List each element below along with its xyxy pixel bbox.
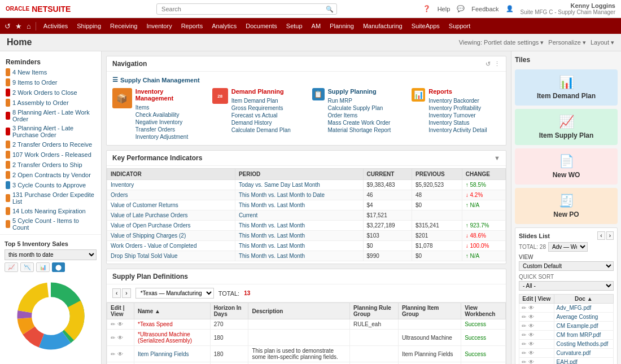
supply-plan-next[interactable]: › bbox=[122, 288, 130, 298]
view-icon[interactable]: 👁 bbox=[117, 321, 123, 327]
edit-icon[interactable]: ✏ bbox=[522, 359, 526, 364]
list-item[interactable]: 9 Items to Order bbox=[0, 77, 101, 87]
view-icon[interactable]: 👁 bbox=[528, 341, 534, 347]
edit-icon[interactable]: ✏ bbox=[111, 351, 115, 357]
kpi-period-link[interactable]: This Month vs. Last Month bbox=[239, 222, 305, 229]
refresh-icon[interactable]: ↺ bbox=[5, 22, 11, 30]
nav-link-inventory-profitability[interactable]: Inventory Profitability bbox=[428, 104, 487, 112]
workbench-success[interactable]: Success bbox=[465, 335, 486, 341]
slides-prev-button[interactable]: ‹ bbox=[597, 231, 605, 240]
nav-am[interactable]: AM bbox=[308, 20, 325, 32]
kpi-period-link[interactable]: This Month vs. Last Month bbox=[239, 253, 305, 259]
home-icon[interactable]: ⌂ bbox=[27, 22, 31, 30]
doc-link[interactable]: CM Example.pdf bbox=[557, 323, 598, 329]
edit-icon[interactable]: ✏ bbox=[522, 332, 526, 338]
slides-sort-select[interactable]: Adv — Wd bbox=[548, 242, 588, 252]
nav-link-mass-create-wo[interactable]: Mass Create Work Order bbox=[328, 119, 391, 126]
nav-link-inventory-status[interactable]: Inventory Status bbox=[428, 119, 487, 126]
list-item[interactable]: 2 Work Orders to Close bbox=[0, 87, 101, 98]
slides-next-button[interactable]: › bbox=[606, 231, 614, 240]
donut-chart-button[interactable]: ⬤ bbox=[52, 262, 65, 272]
tile-item-supply-plan[interactable]: 📈 Item Supply Plan bbox=[515, 109, 618, 145]
nav-link-demand-history[interactable]: Demand History bbox=[231, 119, 291, 126]
edit-icon[interactable]: ✏ bbox=[522, 314, 526, 320]
help-icon[interactable]: ❓ bbox=[423, 5, 431, 12]
kpi-indicator-link[interactable]: Inventory bbox=[111, 182, 134, 188]
list-item[interactable]: 2 Transfer Orders to Receive bbox=[0, 139, 101, 150]
viewing-label[interactable]: Viewing: Portlet date settings ▾ bbox=[459, 39, 544, 46]
nav-link-calculate-demand-plan[interactable]: Calculate Demand Plan bbox=[231, 126, 291, 134]
kpi-indicator-link[interactable]: Value of Open Purchase Orders bbox=[111, 222, 191, 229]
nav-link-run-mrp[interactable]: Run MRP bbox=[328, 97, 391, 104]
list-item[interactable]: 3 Cycle Counts to Approve bbox=[0, 180, 101, 190]
kpi-period-link[interactable]: This Month vs. Last Month to Date bbox=[239, 192, 325, 198]
nav-link-item-demand-plan[interactable]: Item Demand Plan bbox=[231, 97, 291, 104]
edit-icon[interactable]: ✏ bbox=[111, 335, 115, 341]
doc-link[interactable]: Average Costing bbox=[557, 314, 598, 320]
feedback-icon[interactable]: 💬 bbox=[457, 5, 465, 12]
tile-new-po[interactable]: 🧾 New PO bbox=[515, 188, 618, 224]
list-item[interactable]: 1 Assembly to Order bbox=[0, 98, 101, 108]
nav-link-inventory-adjustment[interactable]: Inventory Adjustment bbox=[135, 133, 201, 141]
workbench-success[interactable]: Success bbox=[465, 351, 486, 357]
tile-item-demand-plan[interactable]: 📊 Item Demand Plan bbox=[515, 69, 618, 106]
list-item[interactable]: 2 Open Contracts by Vendor bbox=[0, 170, 101, 180]
area-chart-button[interactable]: 📉 bbox=[20, 262, 34, 272]
nav-link-transfer-orders[interactable]: Transfer Orders bbox=[135, 126, 201, 133]
doc-link[interactable]: EAH.pdf bbox=[557, 359, 578, 364]
nav-manufacturing[interactable]: Manufacturing bbox=[359, 20, 406, 32]
kpi-indicator-link[interactable]: Work Orders - Value of Completed bbox=[111, 243, 196, 249]
kpi-indicator-link[interactable]: Drop Ship Total Sold Value bbox=[111, 253, 178, 259]
kpi-period-link[interactable]: Today vs. Same Day Last Month bbox=[239, 182, 320, 188]
nav-link-items[interactable]: Items bbox=[135, 104, 201, 111]
list-item[interactable]: 5 Cycle Count - Items to Count bbox=[0, 216, 101, 232]
slides-view-select[interactable]: Custom Default bbox=[519, 261, 614, 271]
kpi-period-link[interactable]: This Month vs. Last Month bbox=[239, 243, 305, 249]
location-select[interactable]: *Texas — Manufacturing bbox=[135, 288, 214, 299]
nav-link-check-availability[interactable]: Check Availability bbox=[135, 111, 201, 119]
nav-link-gross-requirements[interactable]: Gross Requirements bbox=[231, 104, 291, 112]
nav-suiteapps[interactable]: SuiteApps bbox=[408, 20, 444, 32]
nav-inventory[interactable]: Inventory bbox=[142, 20, 176, 32]
workbench-success[interactable]: Success bbox=[465, 321, 486, 327]
period-select[interactable]: this month to date bbox=[5, 249, 97, 260]
list-item[interactable]: 2 Transfer Orders to Ship bbox=[0, 160, 101, 170]
edit-icon[interactable]: ✏ bbox=[522, 350, 526, 356]
doc-link[interactable]: CM from MRP.pdf bbox=[557, 332, 601, 338]
nav-analytics[interactable]: Analytics bbox=[208, 20, 240, 32]
feedback-label[interactable]: Feedback bbox=[471, 6, 498, 12]
nav-link-inventory-activity[interactable]: Inventory Activity Detail bbox=[428, 126, 487, 134]
edit-icon[interactable]: ✏ bbox=[111, 321, 115, 327]
list-item[interactable]: 131 Purchase Order Expedite List bbox=[0, 190, 101, 206]
kpi-indicator-link[interactable]: Value of Late Purchase Orders bbox=[111, 212, 188, 218]
list-item[interactable]: 14 Lots Nearing Expiration bbox=[0, 206, 101, 216]
line-chart-button[interactable]: 📈 bbox=[5, 262, 18, 272]
quick-sort-select[interactable]: - All - bbox=[519, 281, 614, 291]
nav-link-order-items[interactable]: Order Items bbox=[328, 112, 391, 119]
list-item[interactable]: 3 Planning Alert - Late Purchase Order bbox=[0, 124, 101, 139]
view-icon[interactable]: 👁 bbox=[528, 350, 534, 356]
list-item[interactable]: 4 New Items bbox=[0, 67, 101, 77]
view-icon[interactable]: 👁 bbox=[528, 323, 534, 329]
list-item[interactable]: 107 Work Orders - Released bbox=[0, 150, 101, 160]
supply-name-link[interactable]: Item Planning Fields bbox=[138, 351, 189, 357]
nav-activities[interactable]: Activities bbox=[40, 20, 72, 32]
kpi-indicator-link[interactable]: Value of Shipping Charges (2) bbox=[111, 233, 186, 239]
view-icon[interactable]: 👁 bbox=[528, 305, 534, 311]
kpi-period-link[interactable]: This Month vs. Last Month bbox=[239, 233, 305, 239]
nav-reports[interactable]: Reports bbox=[177, 20, 207, 32]
nav-link-calculate-supply-plan[interactable]: Calculate Supply Plan bbox=[328, 104, 391, 112]
kpi-period-link[interactable]: This Month vs. Last Month bbox=[239, 202, 305, 208]
view-icon[interactable]: 👁 bbox=[528, 332, 534, 338]
view-icon[interactable]: 👁 bbox=[117, 335, 123, 341]
edit-icon[interactable]: ✏ bbox=[522, 305, 526, 311]
view-icon[interactable]: 👁 bbox=[117, 351, 123, 357]
personalize-button[interactable]: Personalize ▾ bbox=[548, 39, 586, 46]
supply-name-link[interactable]: *Texas Speed bbox=[138, 321, 173, 327]
refresh-portlet-icon[interactable]: ↺ bbox=[486, 60, 491, 68]
tile-new-wo[interactable]: 📄 New WO bbox=[515, 148, 618, 185]
doc-link[interactable]: Costing Methods.pdf bbox=[557, 341, 609, 347]
bar-chart-button[interactable]: 📊 bbox=[36, 262, 50, 272]
doc-link[interactable]: Curvature.pdf bbox=[557, 350, 591, 356]
nav-link-inventory-turnover[interactable]: Inventory Turnover bbox=[428, 112, 487, 119]
